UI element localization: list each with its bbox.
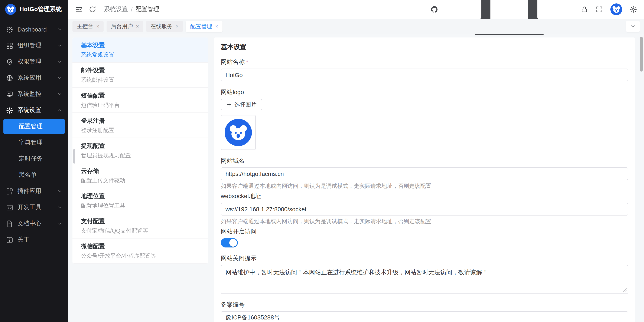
document-icon bbox=[6, 220, 13, 227]
site-domain-label: 网站域名 bbox=[221, 157, 628, 165]
site-name-input[interactable] bbox=[221, 69, 628, 81]
collapse-sidebar-icon[interactable] bbox=[75, 5, 83, 13]
app-logo[interactable]: HotGo管理系统 bbox=[0, 0, 68, 19]
sidebar-subitem-dict[interactable]: 字典管理 bbox=[0, 135, 68, 151]
chevron-down-icon bbox=[57, 92, 62, 97]
chevron-down-icon bbox=[57, 205, 62, 210]
settings-item-subtitle: 配置上传文件驱动 bbox=[81, 176, 200, 184]
koala-logo-icon bbox=[224, 119, 252, 146]
sidebar-item-about[interactable]: 关于 bbox=[0, 232, 68, 248]
breadcrumb-current: 配置管理 bbox=[136, 5, 160, 13]
chevron-down-icon bbox=[57, 59, 62, 64]
sidebar-item-monitor[interactable]: 系统监控 bbox=[0, 86, 68, 102]
code-icon bbox=[6, 204, 13, 211]
breadcrumb-separator: / bbox=[131, 6, 132, 13]
refresh-icon[interactable] bbox=[89, 5, 96, 13]
close-icon[interactable]: × bbox=[136, 24, 139, 29]
settings-item-sms[interactable]: 短信配置 短信验证码平台 bbox=[72, 88, 208, 113]
sidebar-item-dashboard[interactable]: Dashboard bbox=[0, 21, 68, 37]
chevron-down-icon bbox=[57, 221, 62, 226]
header: 系统设置 / 配置管理 1 bbox=[68, 0, 644, 19]
sidebar-item-label: 组织管理 bbox=[18, 42, 53, 49]
tab-console[interactable]: 主控台 × bbox=[72, 21, 104, 32]
sidebar-item-docs[interactable]: 文档中心 bbox=[0, 216, 68, 232]
sidebar-item-settings[interactable]: 系统设置 bbox=[0, 102, 68, 118]
websocket-input[interactable] bbox=[221, 203, 628, 216]
settings-item-email[interactable]: 邮件设置 系统邮件设置 bbox=[72, 63, 208, 88]
plus-icon bbox=[226, 102, 232, 107]
settings-gear-icon[interactable] bbox=[630, 5, 637, 13]
settings-item-subtitle: 系统邮件设置 bbox=[81, 76, 200, 84]
close-tip-textarea[interactable]: 网站维护中，暂时无法访问！本网站正在进行系统维护和技术升级，网站暂时无法访问，敬… bbox=[221, 265, 628, 294]
settings-item-title: 地理位置 bbox=[81, 192, 200, 201]
sidebar-item-label: 系统设置 bbox=[18, 106, 53, 114]
choose-image-button[interactable]: 选择图片 bbox=[221, 99, 262, 110]
settings-item-storage[interactable]: 云存储 配置上传文件驱动 bbox=[72, 163, 208, 188]
chevron-down-icon bbox=[57, 27, 62, 32]
sidebar-item-plugins[interactable]: 插件应用 bbox=[0, 183, 68, 199]
settings-item-withdraw[interactable]: 提现配置 管理员提现规则配置 bbox=[72, 138, 208, 163]
sidebar-item-org[interactable]: 组织管理 bbox=[0, 37, 68, 54]
site-logo-preview[interactable] bbox=[221, 115, 256, 150]
fullscreen-icon[interactable] bbox=[596, 5, 603, 13]
settings-item-subtitle: 配置地理位置工具 bbox=[81, 201, 200, 210]
sidebar-subitem-label: 配置管理 bbox=[19, 123, 42, 130]
tab-label: 主控台 bbox=[77, 22, 93, 30]
app-root: HotGo管理系统 Dashboard 组织管理 权限管理 系统应用 bbox=[0, 0, 644, 322]
breadcrumb-parent[interactable]: 系统设置 bbox=[104, 5, 128, 13]
settings-item-title: 微信配置 bbox=[81, 242, 200, 251]
sidebar-subitem-label: 黑名单 bbox=[19, 171, 37, 179]
settings-item-subtitle: 支付宝/微信/QQ支付配置等 bbox=[81, 227, 200, 235]
required-asterisk: * bbox=[246, 59, 248, 66]
site-open-toggle[interactable] bbox=[221, 238, 238, 248]
icp-label: 备案编号 bbox=[221, 301, 628, 309]
settings-item-subtitle: 系统常规设置 bbox=[81, 51, 200, 59]
org-grid-icon bbox=[6, 42, 13, 49]
lock-icon[interactable] bbox=[580, 5, 588, 13]
close-icon[interactable]: × bbox=[215, 24, 218, 29]
close-icon[interactable]: × bbox=[176, 24, 178, 29]
chevron-down-icon bbox=[630, 23, 636, 29]
sidebar-item-label: 权限管理 bbox=[18, 58, 53, 66]
site-logo-label: 网站logo bbox=[221, 89, 628, 96]
github-icon[interactable] bbox=[430, 5, 438, 13]
close-tip-label: 网站关闭提示 bbox=[221, 255, 628, 262]
close-icon[interactable]: × bbox=[96, 24, 99, 29]
tab-online-service[interactable]: 在线服务 × bbox=[146, 21, 183, 32]
sidebar-item-label: 开发工具 bbox=[18, 204, 53, 211]
site-domain-input[interactable] bbox=[221, 167, 628, 180]
settings-scrollbar-thumb[interactable] bbox=[73, 149, 75, 164]
koala-logo-icon bbox=[5, 4, 16, 15]
plugin-icon bbox=[6, 188, 13, 195]
site-domain-help: 如果客户端通过本地或内网访问，则认为是调试模式，走实际请求地址，否则走该配置 bbox=[221, 182, 628, 190]
settings-item-pay[interactable]: 支付配置 支付宝/微信/QQ支付配置等 bbox=[72, 213, 208, 239]
globe-icon bbox=[6, 74, 13, 82]
settings-item-title: 短信配置 bbox=[81, 91, 200, 100]
settings-item-title: 邮件设置 bbox=[81, 66, 200, 75]
content: 基本设置 系统常规设置 邮件设置 系统邮件设置 短信配置 短信验证码平台 登录注… bbox=[68, 34, 644, 322]
tab-label: 后台用户 bbox=[111, 22, 133, 30]
settings-item-wechat[interactable]: 微信配置 公众号/开放平台/小程序配置等 bbox=[72, 239, 208, 264]
page-scrollbar-thumb[interactable] bbox=[640, 37, 643, 71]
toggle-knob bbox=[229, 239, 237, 247]
user-avatar[interactable] bbox=[610, 3, 622, 15]
sidebar-subitem-blacklist[interactable]: 黑名单 bbox=[0, 167, 68, 183]
settings-item-title: 云存储 bbox=[81, 167, 200, 175]
sidebar-item-devtools[interactable]: 开发工具 bbox=[0, 199, 68, 216]
form-title: 基本设置 bbox=[221, 43, 628, 51]
settings-item-geo[interactable]: 地理位置 配置地理位置工具 bbox=[72, 188, 208, 213]
sidebar-item-label: 系统监控 bbox=[18, 90, 53, 98]
sidebar-subitem-config[interactable]: 配置管理 bbox=[4, 119, 65, 134]
settings-item-login[interactable]: 登录注册 登录注册配置 bbox=[72, 113, 208, 138]
sidebar-menu: Dashboard 组织管理 权限管理 系统应用 系统监控 bbox=[0, 19, 68, 322]
websocket-label: websocket地址 bbox=[221, 193, 628, 200]
tab-config[interactable]: 配置管理 × bbox=[186, 21, 222, 32]
icp-input[interactable] bbox=[221, 311, 628, 322]
sidebar-subitem-label: 字典管理 bbox=[19, 139, 42, 147]
sidebar-item-permission[interactable]: 权限管理 bbox=[0, 54, 68, 70]
sidebar-subitem-cron[interactable]: 定时任务 bbox=[0, 151, 68, 167]
tab-admin-users[interactable]: 后台用户 × bbox=[106, 21, 143, 32]
sidebar-item-apps[interactable]: 系统应用 bbox=[0, 70, 68, 86]
tab-options-dropdown[interactable] bbox=[626, 21, 640, 32]
settings-item-basic[interactable]: 基本设置 系统常规设置 bbox=[72, 37, 208, 63]
